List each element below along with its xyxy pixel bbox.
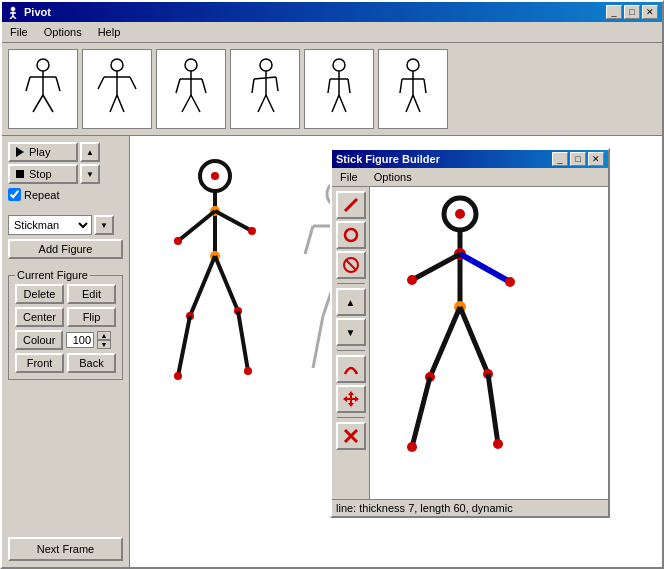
svg-point-101 xyxy=(493,439,503,449)
svg-point-0 xyxy=(11,7,16,12)
scroll-up-button[interactable]: ▲ xyxy=(80,142,100,162)
svg-line-60 xyxy=(215,256,238,311)
move-down-button[interactable]: ▼ xyxy=(336,318,366,346)
svg-line-29 xyxy=(252,79,254,93)
svg-line-56 xyxy=(190,256,215,316)
svg-line-28 xyxy=(254,77,276,79)
svg-line-32 xyxy=(266,95,274,112)
svg-line-22 xyxy=(176,79,180,93)
menu-help[interactable]: Help xyxy=(94,24,125,40)
frame-figure-5 xyxy=(322,57,357,122)
sub-menu-bar: File Options xyxy=(332,168,608,187)
colour-up[interactable]: ▲ xyxy=(97,331,111,340)
menu-bar: File Options Help xyxy=(2,22,662,43)
svg-point-90 xyxy=(505,277,515,287)
svg-line-31 xyxy=(258,95,266,112)
play-button[interactable]: Play xyxy=(8,142,78,162)
colour-spinner: ▲ ▼ xyxy=(97,331,111,349)
sub-title-buttons: _ □ ✕ xyxy=(552,152,604,166)
svg-line-73 xyxy=(345,199,357,211)
sub-canvas[interactable] xyxy=(370,187,608,499)
menu-options[interactable]: Options xyxy=(40,24,86,40)
menu-file[interactable]: File xyxy=(6,24,32,40)
move-up-button[interactable]: ▲ xyxy=(336,288,366,316)
frame-cell-5[interactable] xyxy=(304,49,374,129)
frame-cell-6[interactable] xyxy=(378,49,448,129)
front-button[interactable]: Front xyxy=(15,353,64,373)
center-flip-row: Center Flip xyxy=(15,307,116,327)
repeat-checkbox[interactable] xyxy=(8,188,21,201)
toolbar-separator-3 xyxy=(337,417,365,418)
svg-line-16 xyxy=(130,77,136,89)
playback-buttons: Play Stop Repeat xyxy=(8,142,78,201)
svg-line-51 xyxy=(178,211,215,241)
sub-menu-options[interactable]: Options xyxy=(370,169,416,185)
minimize-button[interactable]: _ xyxy=(606,5,622,19)
window-title: Pivot xyxy=(24,6,51,18)
svg-line-24 xyxy=(182,95,191,112)
sub-status-bar: line: thickness 7, length 60, dynamic xyxy=(332,499,608,516)
main-area: Play Stop Repeat ▲ ▼ xyxy=(2,136,662,567)
builder-figure-svg xyxy=(380,192,608,499)
frame-cell-1[interactable] xyxy=(8,49,78,129)
svg-line-37 xyxy=(348,79,350,93)
frame-cell-4[interactable] xyxy=(230,49,300,129)
svg-point-54 xyxy=(248,227,256,235)
delete-button[interactable]: Delete xyxy=(15,284,64,304)
colour-row: Colour ▲ ▼ xyxy=(15,330,116,350)
line-tool-button[interactable] xyxy=(336,191,366,219)
next-frame-button[interactable]: Next Frame xyxy=(8,537,123,561)
svg-point-40 xyxy=(407,59,419,71)
colour-down[interactable]: ▼ xyxy=(97,340,111,349)
figure-select[interactable]: Stickman xyxy=(8,215,92,235)
center-button[interactable]: Center xyxy=(15,307,64,327)
sub-close-button[interactable]: ✕ xyxy=(588,152,604,166)
circle-tool-button[interactable] xyxy=(336,221,366,249)
figure-dropdown-btn[interactable]: ▼ xyxy=(94,215,114,235)
svg-line-10 xyxy=(33,95,43,112)
back-button[interactable]: Back xyxy=(67,353,116,373)
svg-line-9 xyxy=(56,77,60,91)
frame-figure-6 xyxy=(388,57,438,122)
curve-tool-button[interactable] xyxy=(336,355,366,383)
edit-button[interactable]: Edit xyxy=(67,284,116,304)
cancel-tool-button[interactable] xyxy=(336,251,366,279)
sub-title-bar: Stick Figure Builder _ □ ✕ xyxy=(332,150,608,168)
line-tool-icon xyxy=(342,196,360,214)
colour-button[interactable]: Colour xyxy=(15,330,63,350)
flip-button[interactable]: Flip xyxy=(67,307,116,327)
add-figure-button[interactable]: Add Figure xyxy=(8,239,123,259)
canvas-area[interactable]: Stick Figure Builder _ □ ✕ File Options xyxy=(130,136,662,567)
svg-line-76 xyxy=(346,260,356,270)
delete-tool-button[interactable] xyxy=(336,422,366,450)
drag-tool-button[interactable] xyxy=(336,385,366,413)
group-box-content: Delete Edit Center Flip xyxy=(15,284,116,373)
toolbar-separator-2 xyxy=(337,350,365,351)
svg-line-4 xyxy=(13,16,16,19)
group-box-title: Current Figure xyxy=(15,269,90,281)
frame-strip xyxy=(2,43,662,136)
current-figure-group: Current Figure Delete Edit Center xyxy=(8,275,123,380)
colour-value[interactable] xyxy=(66,332,94,348)
maximize-button[interactable]: □ xyxy=(624,5,640,19)
left-panel: Play Stop Repeat ▲ ▼ xyxy=(2,136,130,567)
sub-minimize-button[interactable]: _ xyxy=(552,152,568,166)
sub-maximize-button[interactable]: □ xyxy=(570,152,586,166)
stick-figure-builder-window: Stick Figure Builder _ □ ✕ File Options xyxy=(330,148,610,518)
scroll-down-button[interactable]: ▼ xyxy=(80,164,100,184)
play-icon xyxy=(16,147,24,157)
frame-figure-3 xyxy=(166,57,216,122)
svg-point-19 xyxy=(185,59,197,71)
svg-line-39 xyxy=(339,95,346,112)
close-button[interactable]: ✕ xyxy=(642,5,658,19)
pivot-icon xyxy=(6,5,20,19)
stop-icon xyxy=(16,170,24,178)
svg-line-91 xyxy=(412,254,460,280)
svg-point-63 xyxy=(244,367,252,375)
sub-menu-file[interactable]: File xyxy=(336,169,362,185)
svg-point-86 xyxy=(455,209,465,219)
svg-line-44 xyxy=(424,79,426,93)
stop-button[interactable]: Stop xyxy=(8,164,78,184)
frame-cell-3[interactable] xyxy=(156,49,226,129)
frame-cell-2[interactable] xyxy=(82,49,152,129)
